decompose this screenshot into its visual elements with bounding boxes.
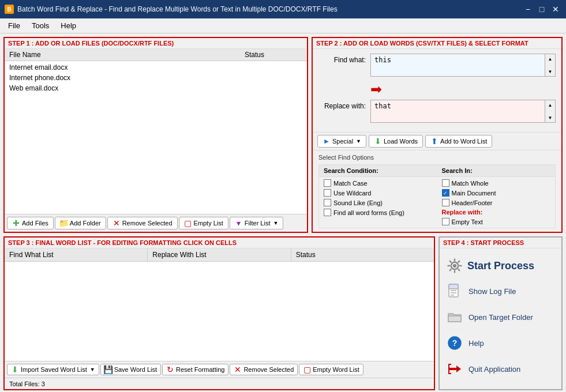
use-wildcard-option[interactable]: Use Wildcard xyxy=(324,188,433,198)
find-scrollbar[interactable]: ▲ ▼ xyxy=(545,54,556,77)
left-options: Match Case Use Wildcard Sound Like (Eng) xyxy=(319,177,437,228)
find-options-section: Select Find Options Search Condition: Se… xyxy=(313,150,561,232)
title-bar: B Batch Word Find & Replace - Find and R… xyxy=(0,0,566,18)
title-bar-left: B Batch Word Find & Replace - Find and R… xyxy=(5,5,338,14)
open-folder-icon xyxy=(447,309,463,325)
step2-header: STEP 2 : ADD OR LOAD WORDS (CSV/TXT FILE… xyxy=(313,38,561,49)
help-row[interactable]: ? Help xyxy=(444,330,557,356)
main-container: STEP 1 : ADD OR LOAD FILES (DOC/DOCX/RTF… xyxy=(0,33,566,392)
empty-list-button[interactable]: ▢ Empty List xyxy=(179,217,228,229)
add-folder-button[interactable]: 📁 Add Folder xyxy=(55,217,106,229)
match-case-checkbox[interactable] xyxy=(324,179,331,187)
help-icon: ? xyxy=(447,335,463,351)
empty-text-checkbox[interactable] xyxy=(442,218,449,225)
filter-icon: ▾ xyxy=(235,219,243,227)
file-row[interactable]: Internet email.docx xyxy=(5,62,307,73)
step4-header: STEP 4 : START PROCESS xyxy=(440,238,561,248)
help-label: Help xyxy=(468,339,484,348)
col-status: Status xyxy=(245,51,302,59)
step1-header: STEP 1 : ADD OR LOAD FILES (DOC/DOCX/RTF… xyxy=(5,38,307,49)
start-process-label: Start Process xyxy=(467,260,534,272)
menu-file[interactable]: File xyxy=(2,20,26,32)
replace-with-row: Replace with: ▲ ▼ xyxy=(318,100,556,123)
log-icon xyxy=(447,283,463,299)
scrollbar-down[interactable]: ▼ xyxy=(545,67,555,76)
dropdown-arrow-icon: ▼ xyxy=(273,220,278,226)
import-saved-button[interactable]: ⬇ Import Saved Word List ▼ xyxy=(7,364,99,375)
minimize-button[interactable]: − xyxy=(522,3,534,15)
find-options-title: Select Find Options xyxy=(318,154,556,161)
step3-toolbar: ⬇ Import Saved Word List ▼ 💾 Save Word L… xyxy=(5,361,434,378)
show-log-label: Show Log File xyxy=(468,287,516,296)
step2-toolbar: ► Special ▼ ⬇ Load Words ⬆ Add to Word L… xyxy=(313,132,561,150)
window-title: Batch Word Find & Replace - Find and Rep… xyxy=(17,5,338,13)
load-icon: ⬇ xyxy=(374,137,382,145)
use-wildcard-checkbox[interactable] xyxy=(324,189,331,197)
search-in-header: Search In: xyxy=(437,165,556,177)
status-bar: Total Files: 3 xyxy=(5,378,434,389)
add-to-word-list-button[interactable]: ⬆ Add to Word List xyxy=(425,135,492,148)
col-replace-with: Replace With List xyxy=(148,248,291,261)
replace-input[interactable] xyxy=(370,100,545,123)
main-document-option[interactable]: ✓ Main Document xyxy=(442,188,551,198)
add-files-button[interactable]: ✚ Add Files xyxy=(7,217,54,229)
match-whole-checkbox[interactable] xyxy=(442,179,449,187)
reset-formatting-button[interactable]: ↻ Reset Formatting xyxy=(162,364,228,375)
remove-selected-word-button[interactable]: ✕ Remove Selected xyxy=(230,364,298,375)
replace-scrollbar[interactable]: ▲ ▼ xyxy=(545,100,556,123)
special-icon: ► xyxy=(323,137,331,145)
step4-panel: STEP 4 : START PROCESS xyxy=(438,236,563,390)
file-name: Web email.docx xyxy=(9,84,302,92)
load-words-button[interactable]: ⬇ Load Words xyxy=(369,135,423,148)
scrollbar-up2[interactable]: ▲ xyxy=(545,100,555,110)
replace-label: Replace with: xyxy=(318,100,370,110)
filter-list-button[interactable]: ▾ Filter List ▼ xyxy=(230,217,284,229)
start-process-icon xyxy=(447,258,463,274)
step4-content: Start Process Show Log File xyxy=(440,248,561,389)
match-whole-option[interactable]: Match Whole xyxy=(442,178,551,188)
empty-text-option[interactable]: Empty Text xyxy=(442,217,551,227)
right-options: Match Whole ✓ Main Document Header/Foote… xyxy=(437,177,556,228)
search-condition-header: Search Condition: xyxy=(319,165,437,177)
svg-rect-11 xyxy=(449,284,458,289)
replace-with-header-item: Replace with: xyxy=(442,208,551,217)
word-list-header: Find What List Replace With List Status xyxy=(5,248,434,262)
quit-row[interactable]: Quit Application xyxy=(444,356,557,382)
remove-selected-button[interactable]: ✕ Remove Selected xyxy=(107,217,178,229)
step3-header: STEP 3 : FINAL WORD LIST - FOR EDITING F… xyxy=(5,238,434,248)
sound-like-option[interactable]: Sound Like (Eng) xyxy=(324,198,433,208)
find-replace-section: Find what: ▲ ▼ ➡ Replace with: xyxy=(313,49,561,132)
menu-help[interactable]: Help xyxy=(55,20,82,32)
scrollbar-down2[interactable]: ▼ xyxy=(545,113,555,122)
app-icon: B xyxy=(5,5,14,14)
file-name: Internet email.docx xyxy=(9,63,302,71)
save-icon: 💾 xyxy=(104,365,113,374)
quit-label: Quit Application xyxy=(468,365,520,374)
file-row[interactable]: Internet phone.docx xyxy=(5,73,307,83)
remove-word-icon: ✕ xyxy=(234,365,242,374)
special-button[interactable]: ► Special ▼ xyxy=(317,135,366,148)
find-all-forms-option[interactable]: Find all word forms (Eng) xyxy=(324,208,433,217)
close-button[interactable]: ✕ xyxy=(550,3,561,15)
save-word-list-button[interactable]: 💾 Save Word List xyxy=(100,364,161,375)
header-footer-option[interactable]: Header/Footer xyxy=(442,198,551,208)
quit-icon xyxy=(447,361,463,377)
file-row[interactable]: Web email.docx xyxy=(5,83,307,93)
empty-word-list-button[interactable]: ▢ Empty Word List xyxy=(299,364,363,375)
menu-tools[interactable]: Tools xyxy=(26,20,55,32)
show-log-row[interactable]: Show Log File xyxy=(444,278,557,304)
gear-icon xyxy=(447,255,463,276)
file-name: Internet phone.docx xyxy=(9,74,302,82)
maximize-button[interactable]: □ xyxy=(536,3,548,15)
main-document-checkbox[interactable]: ✓ xyxy=(442,189,449,197)
scrollbar-up[interactable]: ▲ xyxy=(545,54,555,63)
find-input[interactable] xyxy=(370,54,545,77)
empty-icon: ▢ xyxy=(184,219,192,227)
open-folder-row[interactable]: Open Target Folder xyxy=(444,304,557,330)
header-footer-checkbox[interactable] xyxy=(442,199,449,206)
match-case-option[interactable]: Match Case xyxy=(324,178,433,188)
start-process-row[interactable]: Start Process xyxy=(444,253,557,278)
find-all-forms-checkbox[interactable] xyxy=(324,209,331,216)
help-circle-icon: ? xyxy=(447,335,463,351)
sound-like-checkbox[interactable] xyxy=(324,199,331,206)
